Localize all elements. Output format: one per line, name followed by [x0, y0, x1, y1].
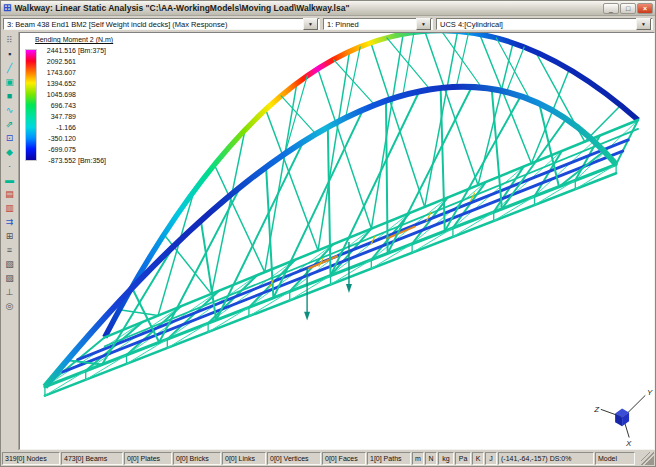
- load-arrow: [346, 284, 352, 293]
- vertex-tool-button[interactable]: ∙: [2, 160, 17, 173]
- unit-stress[interactable]: Pa: [455, 452, 471, 465]
- ucs-select[interactable]: UCS 4:[Cylindrical] ▼: [436, 18, 653, 30]
- model-viewport[interactable]: Bending Moment 2 (N.m) 2441.516[Bm:375] …: [19, 32, 655, 450]
- frame-member: [386, 101, 388, 254]
- close-button[interactable]: ×: [637, 3, 653, 14]
- support-tool-icon: ⊥: [6, 286, 14, 299]
- unit-force[interactable]: N: [425, 452, 437, 465]
- unit-mass[interactable]: kg: [438, 452, 454, 465]
- freedom-case-button[interactable]: ▥: [2, 202, 17, 215]
- chevron-down-icon[interactable]: ▼: [303, 18, 318, 30]
- axis-y-label: Y: [647, 388, 653, 397]
- copy-tool-icon: ⇉: [6, 216, 14, 229]
- table-tool-icon: ⊞: [6, 230, 14, 243]
- frame-member: [105, 120, 638, 337]
- frame-member: [214, 165, 264, 272]
- legend-entry: -1.166: [40, 122, 106, 133]
- link-tool-button[interactable]: ∿: [2, 104, 17, 117]
- status-links[interactable]: 0[0] Links: [222, 452, 266, 465]
- chevron-down-icon[interactable]: ▼: [416, 18, 431, 30]
- snap-grid-icon: ⠿: [6, 34, 13, 47]
- load-case-icon: ▤: [5, 188, 14, 201]
- tool-strip: ⠿ ▪ ╱ ▣ ■ ∿ ⇗ ⊡ ◆ ∙ ▬ ▤ ▥ ⇉ ⊞ ≡ ▧ ▨ ⊥ ◎: [1, 32, 19, 450]
- status-filler: [636, 452, 640, 465]
- list-tool-button[interactable]: ≡: [2, 244, 17, 257]
- layers-tool-button[interactable]: ▨: [2, 272, 17, 285]
- plate-tool-button[interactable]: ▣: [2, 76, 17, 89]
- query-tool-button[interactable]: ◎: [2, 300, 17, 313]
- app-window: ⊞ Walkway: Linear Static Analysis "C:\AA…: [0, 0, 656, 467]
- freedom-case-select[interactable]: 1: Pinned ▼: [323, 18, 433, 30]
- legend-entry: 2092.561: [40, 56, 106, 67]
- frame-member: [506, 47, 524, 92]
- results-legend: Bending Moment 2 (N.m) 2441.516[Bm:375] …: [25, 36, 113, 166]
- legend-entry: -350.120: [40, 133, 106, 144]
- solid-tool-button[interactable]: ◆: [2, 146, 17, 159]
- brick-tool-button[interactable]: ■: [2, 90, 17, 103]
- frame-member: [334, 60, 375, 105]
- node-tool-button[interactable]: ▪: [2, 48, 17, 61]
- frame-member: [441, 33, 482, 88]
- solid-tool-icon: ◆: [6, 146, 13, 159]
- beam-tool-button[interactable]: ╱: [2, 62, 17, 75]
- legend-entry: 1743.607: [40, 67, 106, 78]
- group-tool-button[interactable]: ▧: [2, 258, 17, 271]
- unit-temperature[interactable]: K: [472, 452, 484, 465]
- bridge-model: Z Y X: [20, 33, 654, 449]
- load-arrow: [304, 312, 310, 321]
- case-toolbar: 3: Beam 438 End1 BM2 [Self Weight incld …: [1, 16, 655, 32]
- result-case-value: 3: Beam 438 End1 BM2 [Self Weight incld …: [4, 20, 303, 29]
- status-paths[interactable]: 1[0] Paths: [367, 452, 411, 465]
- status-vertices[interactable]: 0[0] Vertices: [267, 452, 321, 465]
- window-title: Walkway: Linear Static Analysis "C:\AA-W…: [14, 3, 600, 13]
- load-case-button[interactable]: ▤: [2, 188, 17, 201]
- path-tool-button[interactable]: ⇗: [2, 118, 17, 131]
- legend-entry: 696.743: [40, 100, 106, 111]
- layers-tool-icon: ▨: [5, 272, 14, 285]
- axis-z-label: Z: [593, 405, 600, 414]
- legend-entry: 1045.698: [40, 89, 106, 100]
- group-tool-icon: ▧: [5, 258, 14, 271]
- frame-member: [119, 310, 158, 316]
- face-tool-icon: ▬: [5, 174, 14, 187]
- status-nodes[interactable]: 319[0] Nodes: [2, 452, 60, 465]
- select-tool-button[interactable]: ⊡: [2, 132, 17, 145]
- status-plates[interactable]: 0[0] Plates: [124, 452, 172, 465]
- query-tool-icon: ◎: [6, 300, 14, 313]
- table-tool-button[interactable]: ⊞: [2, 230, 17, 243]
- legend-entry: 2441.516[Bm:375]: [40, 45, 106, 56]
- app-icon: ⊞: [3, 3, 11, 13]
- freedom-case-value: 1: Pinned: [324, 20, 416, 29]
- status-mode[interactable]: Model: [595, 452, 635, 465]
- legend-colorbar: [25, 49, 37, 161]
- result-case-select[interactable]: 3: Beam 438 End1 BM2 [Self Weight incld …: [3, 18, 320, 30]
- plate-tool-icon: ▣: [5, 76, 14, 89]
- status-bricks[interactable]: 0[0] Bricks: [173, 452, 221, 465]
- list-tool-icon: ≡: [7, 244, 12, 257]
- link-tool-icon: ∿: [6, 104, 14, 117]
- titlebar[interactable]: ⊞ Walkway: Linear Static Analysis "C:\AA…: [1, 1, 655, 16]
- chevron-down-icon[interactable]: ▼: [636, 18, 651, 30]
- status-beams[interactable]: 473[0] Beams: [61, 452, 123, 465]
- select-arrow-icon: ⊡: [6, 132, 14, 145]
- ucs-value: UCS 4:[Cylindrical]: [437, 20, 636, 29]
- face-tool-button[interactable]: ▬: [2, 174, 17, 187]
- resize-grip[interactable]: [641, 452, 654, 465]
- status-faces[interactable]: 0[0] Faces: [322, 452, 366, 465]
- freedom-case-icon: ▥: [5, 202, 14, 215]
- status-bar: 319[0] Nodes 473[0] Beams 0[0] Plates 0[…: [1, 450, 655, 466]
- brick-tool-icon: ■: [7, 90, 12, 103]
- snap-grid-button[interactable]: ⠿: [2, 34, 17, 47]
- node-tool-icon: ▪: [8, 48, 11, 61]
- status-coordinates: (-141,-64,-157) DS:0%: [498, 452, 594, 465]
- frame-member: [328, 127, 331, 276]
- deck-grillage: [45, 120, 638, 396]
- support-tool-button[interactable]: ⊥: [2, 286, 17, 299]
- restore-button[interactable]: □: [620, 3, 636, 14]
- copy-tool-button[interactable]: ⇉: [2, 216, 17, 229]
- unit-energy[interactable]: J: [485, 452, 497, 465]
- legend-entry: -873.552[Bm:356]: [40, 155, 106, 166]
- minimize-button[interactable]: _: [603, 3, 619, 14]
- unit-length[interactable]: m: [412, 452, 424, 465]
- frame-member: [387, 38, 430, 90]
